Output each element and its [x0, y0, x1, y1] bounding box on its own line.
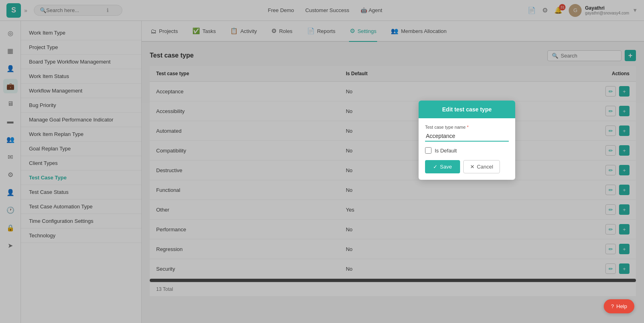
help-icon: ? — [611, 303, 614, 309]
required-mark: * — [467, 125, 469, 130]
modal-buttons: ✓ Save ✕ Cancel — [425, 160, 509, 173]
modal-header: Edit test case type — [419, 101, 515, 118]
is-default-label: Is Default — [435, 148, 457, 154]
modal-body: Test case type name * Is Default ✓ Save … — [419, 118, 515, 180]
cancel-button[interactable]: ✕ Cancel — [463, 160, 500, 173]
modal-overlay: Edit test case type Test case type name … — [0, 0, 644, 323]
check-icon: ✓ — [433, 164, 438, 170]
type-name-input[interactable] — [425, 131, 509, 142]
default-checkbox-row: Is Default — [425, 147, 509, 154]
help-button[interactable]: ? Help — [604, 299, 634, 313]
x-icon: ✕ — [470, 164, 475, 170]
is-default-checkbox[interactable] — [425, 147, 431, 154]
field-label: Test case type name * — [425, 125, 509, 130]
edit-modal: Edit test case type Test case type name … — [419, 101, 515, 180]
save-button[interactable]: ✓ Save — [425, 160, 460, 173]
